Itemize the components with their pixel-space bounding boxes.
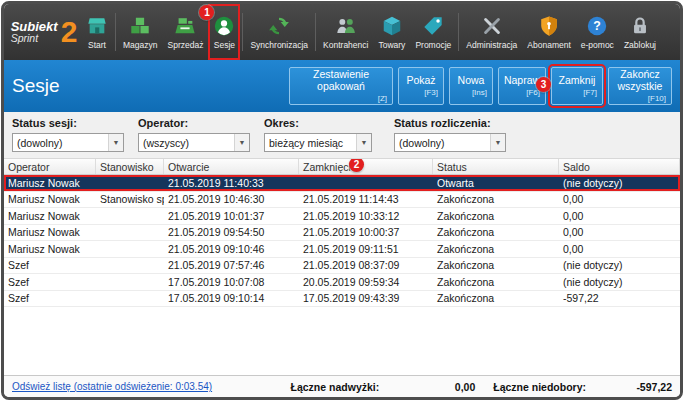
cell-otwarcie: 21.05.2019 10:01:37 [164,208,299,224]
filter-label: Okres: [264,117,372,129]
lock-icon [629,15,651,37]
column-header-otwarcie[interactable]: Otwarcie [164,159,299,174]
status-rozliczenia-dropdown[interactable]: (dowolny) ▼ [394,133,506,152]
column-header-saldo[interactable]: Saldo [559,159,680,174]
goods-icon [381,15,403,37]
toolbar-label-epomoc: e-pomoc [581,40,614,50]
operator-dropdown[interactable]: (wszyscy) ▼ [138,133,250,152]
toolbar-item-towary[interactable]: Towary [373,4,410,60]
table-row[interactable]: Mariusz Nowak 21.05.2019 11:40:33 Otwart… [4,175,680,192]
dropdown-value: (wszyscy) [143,137,189,149]
cell-zamkniecie: 20.05.2019 09:59:34 [299,274,433,290]
cell-saldo: (nie dotyczy) [559,274,680,290]
annotation-step-badge-1: 1 [199,5,214,20]
napraw-button[interactable]: 3 Napraw [F6] [498,67,546,105]
toolbar-item-sesje[interactable]: 1 Sesje [208,4,240,60]
toolbar-separator [115,13,116,51]
cell-status: Zakończona [433,192,559,208]
column-header-zamkniecie[interactable]: Zamknięcie 2 [299,159,433,174]
cell-stanowisko [96,258,164,274]
chevron-down-icon: ▼ [234,134,249,151]
page-header: Sesje Zestawienie opakowań [Z] Pokaż [F3… [4,60,680,112]
cell-saldo: (nie dotyczy) [559,258,680,274]
toolbar-item-start[interactable]: Start [81,4,113,60]
toolbar-items: Start Magazyn Sprzedaż [81,4,677,60]
button-label: Zamknij [559,75,596,87]
dropdown-value: (dowolny) [17,137,63,149]
zestawienie-opakowan-button[interactable]: Zestawienie opakowań [Z] [289,67,393,105]
app-window: Subiekt Sprint 2 Start [1,1,683,400]
column-header-stanowisko[interactable]: Stanowisko [96,159,164,174]
cell-status: Zakończona [433,225,559,241]
cash-register-icon [174,15,196,37]
button-shortcut: [Z] [378,94,387,103]
filter-status-rozliczenia: Status rozliczenia: (dowolny) ▼ [394,117,506,152]
refresh-list-link[interactable]: Odśwież listę (ostatnie odświeżenie: 0:0… [12,381,212,392]
toolbar-item-abonament[interactable]: Abonament [522,4,575,60]
filter-label: Status sesji: [12,117,124,129]
column-header-status[interactable]: Status [433,159,559,174]
toolbar-label-administracja: Administracja [466,40,517,50]
cell-stanowisko [96,208,164,224]
cell-otwarcie: 21.05.2019 10:46:30 [164,192,299,208]
zakoncz-wszystkie-button[interactable]: Zakończ wszystkie [F10] [608,67,672,105]
toolbar-separator [242,13,243,51]
button-label: Nowa [458,75,485,87]
contractors-icon [335,15,357,37]
administration-icon [481,15,503,37]
filter-operator: Operator: (wszyscy) ▼ [138,117,250,152]
okres-dropdown[interactable]: bieżący miesiąc ▼ [264,133,372,152]
toolbar-label-sesje: Sesje [214,40,235,50]
zamknij-button[interactable]: Zamknij [F7] [551,67,603,105]
status-sesji-dropdown[interactable]: (dowolny) ▼ [12,133,124,152]
cell-operator: Mariusz Nowak [4,192,96,208]
shield-icon [538,15,560,37]
toolbar-item-administracja[interactable]: Administracja [461,4,522,60]
column-header-operator[interactable]: Operator [4,159,96,174]
nowa-button[interactable]: Nowa [Ins] [449,67,493,105]
filter-okres: Okres: bieżący miesiąc ▼ [264,117,372,152]
pokaz-button[interactable]: Pokaż [F3] [398,67,444,105]
cell-saldo: -597,22 [559,291,680,307]
page-title: Sesje [12,75,60,97]
table-row[interactable]: Mariusz Nowak 21.05.2019 09:54:50 21.05.… [4,225,680,242]
chevron-down-icon: ▼ [356,134,371,151]
app-logo: Subiekt Sprint 2 [7,4,81,60]
button-shortcut: [F10] [648,94,666,103]
table-row[interactable]: Mariusz Nowak 21.05.2019 10:01:37 21.05.… [4,208,680,225]
table-row[interactable]: Szef 21.05.2019 07:57:46 21.05.2019 08:3… [4,258,680,275]
help-icon: ? [586,15,608,37]
annotation-step-badge-2: 2 [349,159,364,172]
toolbar-item-kontrahenci[interactable]: Kontrahenci [318,4,373,60]
table-row[interactable]: Szef 17.05.2019 10:07:08 20.05.2019 09:5… [4,274,680,291]
surplus-value: 0,00 [387,381,475,393]
toolbar-label-magazyn: Magazyn [123,40,158,50]
cell-zamkniecie: 21.05.2019 11:14:43 [299,192,433,208]
table-row[interactable]: Mariusz Nowak Stanowisko sprze... 21.05.… [4,192,680,209]
cell-operator: Mariusz Nowak [4,225,96,241]
toolbar-item-zablokuj[interactable]: Zablokuj [619,4,661,60]
sessions-table: Operator Stanowisko Otwarcie Zamknięcie … [4,159,680,375]
toolbar-item-promocje[interactable]: Promocje [410,4,456,60]
totals: Łączne nadwyżki: 0,00 Łączne niedobory: … [291,381,672,393]
toolbar-label-sprzedaz: Sprzedaż [168,40,204,50]
table-empty-area [4,307,680,375]
surplus-label: Łączne nadwyżki: [291,381,380,393]
dropdown-value: (dowolny) [399,137,445,149]
toolbar-label-start: Start [88,40,106,50]
table-row[interactable]: Mariusz Nowak 21.05.2019 09:10:46 21.05.… [4,241,680,258]
promotions-icon [422,15,444,37]
table-row[interactable]: Szef 17.05.2019 09:10:14 17.05.2019 09:4… [4,291,680,308]
toolbar-label-towary: Towary [378,40,405,50]
toolbar-label-promocje: Promocje [415,40,451,50]
cell-stanowisko [96,225,164,241]
cell-status: Zakończona [433,258,559,274]
chevron-down-icon: ▼ [108,134,123,151]
cell-stanowisko [96,274,164,290]
toolbar-item-epomoc[interactable]: ? e-pomoc [576,4,619,60]
toolbar-item-magazyn[interactable]: Magazyn [118,4,163,60]
main-toolbar: Subiekt Sprint 2 Start [4,4,680,60]
cell-stanowisko [96,241,164,257]
toolbar-item-synchronizacja[interactable]: Synchronizacja [245,4,313,60]
cell-stanowisko: Stanowisko sprze... [96,192,164,208]
